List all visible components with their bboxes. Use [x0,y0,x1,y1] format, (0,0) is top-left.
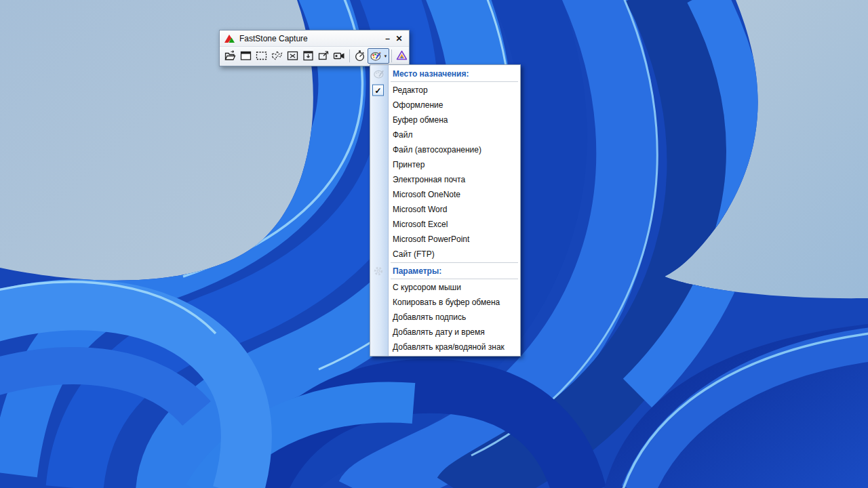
menu-item-label: Копировать в буфер обмена [393,298,500,307]
menu-item-label: Сайт (FTP) [393,249,435,259]
menu-header-label: Параметры: [393,266,441,276]
menu-item-copy-to-clipboard[interactable]: Копировать в буфер обмена [370,295,520,310]
capture-toolbar: ▼ [220,47,409,66]
menu-item-ftp[interactable]: Сайт (FTP) [370,247,520,262]
video-camera-icon [333,49,346,62]
capture-scrolling-window-button[interactable] [300,48,316,64]
menu-header-label: Место назначения: [393,69,469,79]
gear-icon [373,266,384,277]
output-destination-button[interactable]: ▼ [368,48,389,64]
minimize-button[interactable]: – [382,33,393,45]
fullscreen-icon [286,49,299,62]
menu-item-label: Добавлять края/водяной знак [393,342,505,352]
capture-rectangle-button[interactable] [254,48,269,64]
faststone-capture-window: FastStone Capture – ✕ [219,30,410,66]
menu-item-file[interactable]: Файл [370,127,520,142]
settings-triangle-icon [395,49,408,62]
menu-item-label: Microsoft Word [393,205,447,214]
faststone-logo-icon [224,33,235,43]
menu-item-onenote[interactable]: Microsoft OneNote [370,187,520,202]
menu-item-label: Microsoft Excel [393,220,448,229]
menu-item-add-edge-watermark[interactable]: Добавлять края/водяной знак [370,340,520,354]
menu-item-excel[interactable]: Microsoft Excel [370,217,520,232]
checkmark-box: ✓ [372,85,384,96]
scrolling-window-icon [302,49,315,62]
dashed-rectangle-icon [255,49,268,62]
capture-fixed-region-button[interactable] [316,48,332,64]
menu-item-email[interactable]: Электронная почта [370,172,520,187]
window-title: FastStone Capture [239,34,382,43]
fixed-region-icon [317,49,330,62]
close-button[interactable]: ✕ [393,33,405,45]
menu-header-destinations: Место назначения: [370,66,520,81]
delay-timer-button[interactable] [352,48,368,64]
capture-active-window-button[interactable] [238,48,254,64]
menu-separator [391,279,518,279]
capture-freehand-button[interactable] [269,48,285,64]
menu-item-label: Оформление [393,100,443,110]
menu-item-label: Добавлять подпись [393,312,466,322]
settings-button[interactable] [394,48,410,64]
menu-item-powerpoint[interactable]: Microsoft PowerPoint [370,232,520,247]
menu-item-word[interactable]: Microsoft Word [370,202,520,217]
menu-item-draw[interactable]: Оформление [370,98,520,113]
menu-item-add-caption[interactable]: Добавлять подпись [370,310,520,325]
stopwatch-icon [353,49,366,62]
menu-item-clipboard[interactable]: Буфер обмена [370,113,520,127]
menu-item-label: С курсором мыши [393,283,461,292]
screen-recorder-button[interactable] [332,48,347,64]
menu-header-options: Параметры: [370,264,520,278]
menu-item-label: Добавлять дату и время [393,327,485,337]
menu-item-label: Принтер [393,160,425,169]
capture-fullscreen-button[interactable] [285,48,300,64]
toolbar-separator [391,49,392,62]
menu-item-include-cursor[interactable]: С курсором мыши [370,280,520,295]
palette-icon [373,68,385,80]
dropdown-caret-icon: ▼ [384,54,388,58]
menu-item-printer[interactable]: Принтер [370,157,520,172]
menu-separator [391,81,518,82]
menu-item-add-datetime[interactable]: Добавлять дату и время [370,325,520,340]
menu-item-label: Microsoft PowerPoint [393,235,469,244]
folder-open-icon [224,49,237,62]
toolbar-separator [349,49,350,62]
window-capture-icon [239,49,252,62]
palette-icon [370,49,382,62]
menu-item-label: Файл [393,130,413,140]
menu-separator [391,262,518,263]
output-destination-menu: Место назначения: ✓ Редактор Оформление … [370,64,521,357]
open-file-button[interactable] [222,48,238,64]
menu-item-label: Microsoft OneNote [393,190,460,199]
checkmark-icon: ✓ [374,86,381,94]
menu-item-label: Файл (автосохранение) [393,145,481,155]
title-bar[interactable]: FastStone Capture – ✕ [220,30,409,47]
menu-item-editor[interactable]: ✓ Редактор [370,83,520,98]
menu-item-file-autosave[interactable]: Файл (автосохранение) [370,142,520,157]
menu-item-label: Редактор [393,85,428,95]
menu-item-label: Буфер обмена [393,115,448,125]
freehand-shape-icon [271,49,283,62]
menu-item-label: Электронная почта [393,175,465,184]
